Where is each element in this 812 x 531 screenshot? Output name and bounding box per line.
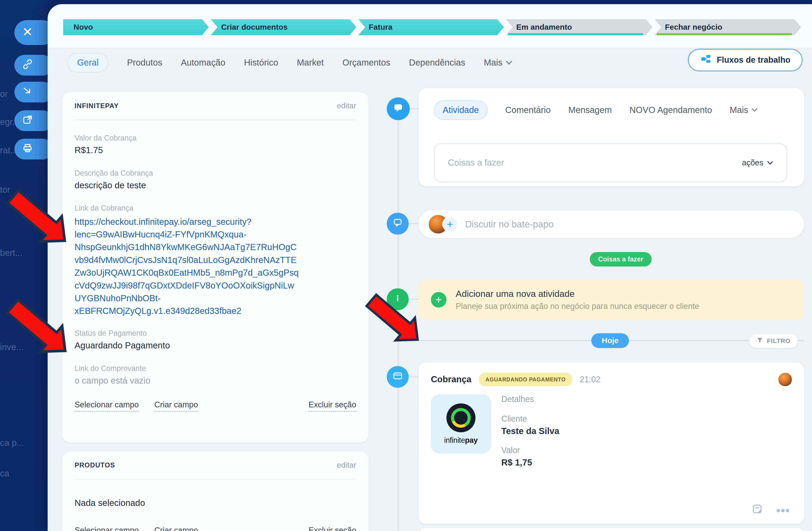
delete-section-link[interactable]: Excluir seção <box>308 400 356 411</box>
todo-pill-button[interactable]: Coisas a fazer <box>590 252 652 266</box>
external-link-icon <box>22 114 33 127</box>
produtos-section-card: PRODUTOS editar Nada selecionado Selecio… <box>62 452 368 531</box>
payment-link-line[interactable]: cVdQ9zwJJ9i98f7qGDxtXDdeIFV8oYOoOXoikSig… <box>74 279 356 292</box>
infinitepay-logo: infinitepay <box>431 395 491 454</box>
activity-tab-mais[interactable]: Mais <box>730 105 758 115</box>
tab-orcamentos[interactable]: Orçamentos <box>343 58 390 68</box>
delete-section-link[interactable]: Excluir seção <box>308 526 356 531</box>
chevron-down-icon <box>506 60 512 65</box>
payment-status-value: Aguardando Pagamento <box>74 341 356 351</box>
create-field-link[interactable]: Criar campo <box>154 400 198 411</box>
payment-link-line[interactable]: xEBFRCMOjZyQLg.v1.e349d28ed33fbae2 <box>74 305 356 318</box>
next-timeline-card <box>419 528 804 531</box>
stage-label: Novo <box>74 23 93 32</box>
stage-label: Criar documentos <box>221 23 288 32</box>
print-button[interactable] <box>14 139 53 160</box>
comment-outline-icon <box>392 217 403 230</box>
create-field-link[interactable]: Criar campo <box>154 526 198 531</box>
payment-node[interactable] <box>387 366 409 388</box>
workflow-button-label: Fluxos de trabalho <box>717 55 791 65</box>
tab-dependencias[interactable]: Dependências <box>409 58 465 68</box>
copy-link-button[interactable] <box>14 55 53 76</box>
avatar <box>778 373 792 386</box>
left-sidebar: or egr... rat... tor bert... inve... ca … <box>0 0 48 531</box>
sidebar-item-label[interactable]: or <box>0 89 14 99</box>
stage-label: Em andamento <box>516 23 572 32</box>
sidebar-item-label[interactable]: ca <box>0 469 15 478</box>
payment-link-line[interactable]: https://checkout.infinitepay.io/arseg_se… <box>74 216 356 228</box>
date-badge: Hoje <box>591 333 629 348</box>
payment-link-line[interactable]: Zw3oUjRQAW1CK0qBx0EatHMb5_n8mPg7d_aGx5gP… <box>74 266 356 279</box>
activity-tab-mensagem[interactable]: Mensagem <box>568 105 612 115</box>
pipeline-stage-fatura[interactable]: Fatura <box>358 19 504 35</box>
cobranca-timeline-card[interactable]: Cobrança AGUARDANDO PAGAMENTO 21:02 infi… <box>419 363 804 524</box>
chat-node[interactable] <box>387 213 409 235</box>
chat-bar[interactable]: + <box>419 210 804 238</box>
activity-tab-agendamento[interactable]: NOVO Agendamento <box>629 105 712 115</box>
payment-details: Detalhes Cliente Teste da Silva Valor R$… <box>501 395 560 468</box>
banner-subtitle: Planeje sua próxima ação no negócio para… <box>455 301 699 311</box>
filter-label: FILTRO <box>767 337 791 344</box>
valor-value: R$ 1,75 <box>501 458 560 468</box>
todo-input[interactable] <box>448 158 742 168</box>
activity-stream-node[interactable] <box>387 98 409 120</box>
payment-link-line[interactable]: NhspGeunkhjG1dhN8YkwMKeG6wNJAaTg7E7RuHOg… <box>74 241 356 254</box>
timestamp: 21:02 <box>580 375 600 384</box>
pipeline-stage-criar-documentos[interactable]: Criar documentos <box>211 19 357 35</box>
tab-automacao[interactable]: Automação <box>181 58 226 68</box>
filter-button[interactable]: FILTRO <box>749 334 798 348</box>
chat-input[interactable] <box>465 219 794 230</box>
payment-link-line[interactable]: UYGBNuhoPnNbOBt- <box>74 292 356 305</box>
open-external-button[interactable] <box>14 110 53 131</box>
tab-market[interactable]: Market <box>297 58 324 68</box>
select-field-link[interactable]: Selecionar campo <box>74 526 139 531</box>
actions-dropdown[interactable]: ações <box>742 158 773 167</box>
annotation-arrow-link <box>4 188 70 245</box>
payment-link[interactable]: https://checkout.infinitepay.io/arseg_se… <box>74 216 356 318</box>
select-field-link[interactable]: Selecionar campo <box>74 400 139 411</box>
comment-filled-icon <box>392 102 404 115</box>
deal-tabs: Geral Produtos Automação Histórico Marke… <box>67 52 512 74</box>
edit-section-link[interactable]: editar <box>337 461 357 470</box>
details-label: Detalhes <box>501 395 560 404</box>
sidebar-item-label[interactable]: bert... <box>0 248 30 258</box>
tab-produtos[interactable]: Produtos <box>127 58 162 68</box>
more-options-icon[interactable] <box>776 505 790 515</box>
tab-geral[interactable]: Geral <box>67 53 108 72</box>
payment-link-line[interactable]: vb9d4fvMw0lCrjCvsJsN1q7sl0aLuLoGgAzdKhre… <box>74 254 356 266</box>
add-activity-banner[interactable]: + Adicionar uma nova atividade Planeje s… <box>419 280 804 320</box>
field-value: R$1.75 <box>74 145 356 155</box>
tab-mais[interactable]: Mais <box>484 58 512 68</box>
tab-label: Mais <box>730 105 748 115</box>
chevron-down-icon <box>752 108 758 112</box>
activity-tab-comentario[interactable]: Comentário <box>505 105 551 115</box>
todo-input-box[interactable]: ações <box>434 143 787 182</box>
tab-label: Mais <box>484 58 502 68</box>
empty-products-text: Nada selecionado <box>74 498 356 508</box>
add-participant-button[interactable]: + <box>442 217 458 232</box>
edit-section-link[interactable]: editar <box>337 101 357 110</box>
pipeline-stage-novo[interactable]: Novo <box>63 19 209 35</box>
workflow-button[interactable]: Fluxos de trabalho <box>688 49 802 71</box>
stage-label: Fechar negócio <box>665 23 722 32</box>
activity-tab-atividade[interactable]: Atividade <box>434 101 488 120</box>
plus-icon[interactable]: + <box>431 292 446 308</box>
payment-link-line[interactable]: lenc=G9wAIBwHucnq4iZ-FYfVpnKMQxqua- <box>74 228 356 241</box>
tab-historico[interactable]: Histórico <box>244 58 278 68</box>
timeline-connector <box>409 377 419 378</box>
sidebar-item-label[interactable]: ca p... <box>0 438 30 448</box>
divider <box>74 479 356 480</box>
forward-button[interactable] <box>14 82 53 102</box>
field-label: Valor da Cobrança <box>74 134 356 142</box>
pipeline-stage-fechar-negocio[interactable]: Fechar negócio <box>655 19 801 35</box>
section-title: INFINITEPAY <box>74 102 119 110</box>
chevron-down-icon <box>767 161 773 165</box>
funnel-icon <box>756 337 763 345</box>
timeline-connector <box>409 223 419 224</box>
activity-composer-card: Atividade Comentário Mensagem NOVO Agend… <box>419 88 804 186</box>
stage-underline <box>657 33 792 35</box>
pipeline-stage-em-andamento[interactable]: Em andamento <box>506 19 652 35</box>
annotation-arrow-status <box>4 294 70 358</box>
note-icon[interactable] <box>752 503 763 517</box>
field-value: descrição de teste <box>74 180 356 190</box>
